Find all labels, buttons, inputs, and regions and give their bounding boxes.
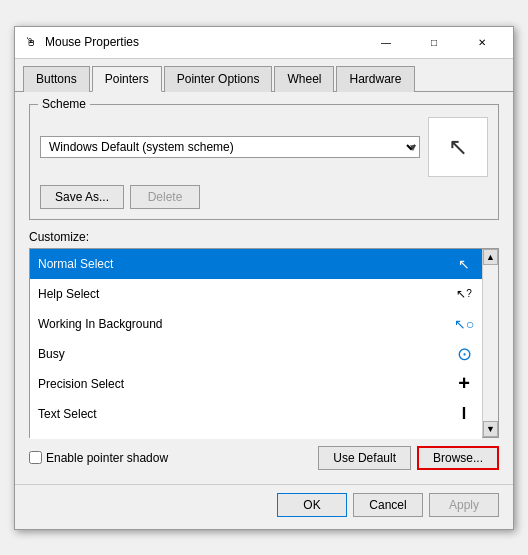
tab-hardware[interactable]: Hardware bbox=[336, 66, 414, 92]
bottom-controls: Enable pointer shadow Use Default Browse… bbox=[29, 446, 499, 470]
tab-pointers[interactable]: Pointers bbox=[92, 66, 162, 92]
cursor-item-name: Normal Select bbox=[38, 257, 113, 271]
ok-button[interactable]: OK bbox=[277, 493, 347, 517]
save-as-button[interactable]: Save As... bbox=[40, 185, 124, 209]
cursor-help-icon: ↖? bbox=[452, 282, 476, 306]
tab-buttons[interactable]: Buttons bbox=[23, 66, 90, 92]
scrollbar-up-button[interactable]: ▲ bbox=[483, 249, 498, 265]
tab-bar: Buttons Pointers Pointer Options Wheel H… bbox=[15, 59, 513, 92]
window-icon: 🖱 bbox=[23, 34, 39, 50]
title-buttons: — □ ✕ bbox=[363, 27, 505, 57]
cursor-item-name: Precision Select bbox=[38, 377, 124, 391]
cursor-item-name: Help Select bbox=[38, 287, 99, 301]
tab-pointer-options[interactable]: Pointer Options bbox=[164, 66, 273, 92]
cursor-bg-icon: ↖○ bbox=[452, 312, 476, 336]
cursor-precision-icon: + bbox=[452, 372, 476, 396]
mouse-properties-window: 🖱 Mouse Properties — □ ✕ Buttons Pointer… bbox=[14, 26, 514, 530]
dialog-buttons: OK Cancel Apply bbox=[15, 484, 513, 529]
scrollbar-down-button[interactable]: ▼ bbox=[483, 421, 498, 437]
cursor-item-name: Text Select bbox=[38, 407, 97, 421]
pointer-shadow-label[interactable]: Enable pointer shadow bbox=[29, 451, 312, 465]
list-item[interactable]: Normal Select ↖ bbox=[30, 249, 482, 279]
list-item[interactable]: Working In Background ↖○ bbox=[30, 309, 482, 339]
use-default-button[interactable]: Use Default bbox=[318, 446, 411, 470]
cursor-action-buttons: Use Default Browse... bbox=[318, 446, 499, 470]
scheme-group: Scheme Windows Default (system scheme) ▼… bbox=[29, 104, 499, 220]
scheme-select[interactable]: Windows Default (system scheme) bbox=[40, 136, 420, 158]
window-title: Mouse Properties bbox=[45, 35, 139, 49]
cursor-list[interactable]: Normal Select ↖ Help Select ↖? Working I… bbox=[30, 249, 482, 439]
scheme-select-wrapper: Windows Default (system scheme) ▼ bbox=[40, 136, 420, 158]
maximize-button[interactable]: □ bbox=[411, 27, 457, 57]
title-bar: 🖱 Mouse Properties — □ ✕ bbox=[15, 27, 513, 59]
pointer-shadow-checkbox[interactable] bbox=[29, 451, 42, 464]
customize-label: Customize: bbox=[29, 230, 499, 244]
scheme-label: Scheme bbox=[38, 97, 90, 111]
preview-cursor-icon: ↖ bbox=[448, 133, 468, 161]
list-item[interactable]: Busy ⊙ bbox=[30, 339, 482, 369]
cursor-arrow-icon: ↖ bbox=[452, 252, 476, 276]
cursor-busy-icon: ⊙ bbox=[452, 342, 476, 366]
cursor-text-icon: I bbox=[452, 402, 476, 426]
browse-button[interactable]: Browse... bbox=[417, 446, 499, 470]
cursor-item-name: Busy bbox=[38, 347, 65, 361]
cursor-item-name: Working In Background bbox=[38, 317, 163, 331]
scrollbar-track bbox=[483, 265, 498, 421]
content-area: Scheme Windows Default (system scheme) ▼… bbox=[15, 92, 513, 480]
delete-button[interactable]: Delete bbox=[130, 185, 200, 209]
list-item[interactable]: Precision Select + bbox=[30, 369, 482, 399]
cursor-preview: ↖ bbox=[428, 117, 488, 177]
apply-button[interactable]: Apply bbox=[429, 493, 499, 517]
close-button[interactable]: ✕ bbox=[459, 27, 505, 57]
list-item[interactable]: Text Select I bbox=[30, 399, 482, 429]
tab-wheel[interactable]: Wheel bbox=[274, 66, 334, 92]
list-item[interactable]: Help Select ↖? bbox=[30, 279, 482, 309]
cancel-button[interactable]: Cancel bbox=[353, 493, 423, 517]
minimize-button[interactable]: — bbox=[363, 27, 409, 57]
